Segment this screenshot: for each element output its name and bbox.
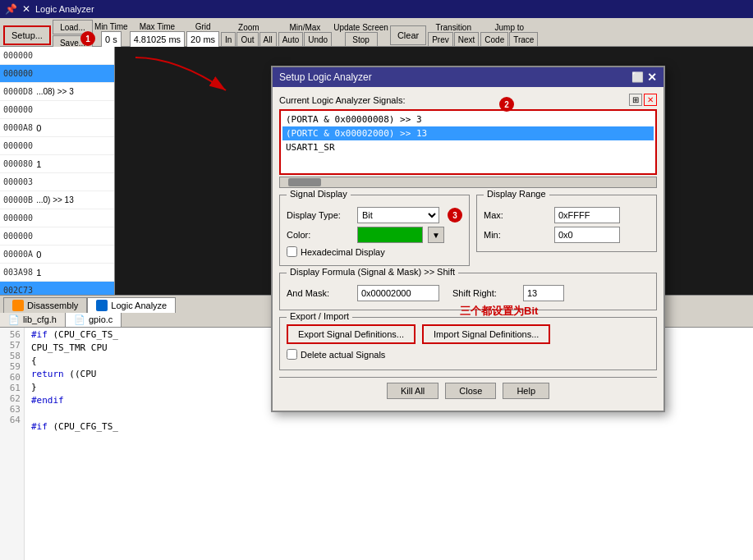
list-item[interactable]: 000003 bbox=[0, 173, 114, 191]
file-tab-gpio[interactable]: 📄 gpio.c bbox=[66, 313, 122, 327]
modal-close-btn[interactable]: ✕ bbox=[647, 71, 657, 84]
transition-label: Transition bbox=[435, 23, 471, 32]
title-close-btn[interactable]: ✕ bbox=[22, 3, 30, 15]
zoom-in-btn[interactable]: In bbox=[221, 32, 236, 47]
display-range-label: Display Range bbox=[484, 189, 549, 199]
max-time-label: Max Time bbox=[140, 22, 175, 31]
clear-btn[interactable]: Clear bbox=[390, 25, 426, 45]
list-item[interactable]: 000000 bbox=[0, 65, 114, 83]
step3-circle: 3 bbox=[448, 208, 462, 223]
delete-signals-label: Delete actual Signals bbox=[301, 350, 385, 360]
min-label: Min: bbox=[484, 230, 549, 240]
modal-title-text: Setup Logic Analyzer bbox=[279, 71, 372, 83]
trace-btn[interactable]: Trace bbox=[509, 32, 538, 47]
tab-disassembly[interactable]: Disassembly bbox=[3, 297, 87, 313]
step1-circle: 1 bbox=[80, 31, 95, 46]
modal-resize-icon[interactable]: ⬜ bbox=[631, 71, 644, 83]
and-mask-input[interactable]: 0x00002000 bbox=[357, 285, 439, 301]
line-numbers: 565758596061626364 bbox=[0, 328, 25, 561]
help-btn[interactable]: Help bbox=[503, 383, 549, 399]
max-time-value: 4.81025 ms bbox=[130, 31, 185, 48]
signals-close-icon[interactable]: ✕ bbox=[644, 94, 657, 106]
signals-icon[interactable]: ⊞ bbox=[629, 94, 642, 106]
list-item[interactable]: 003A981 bbox=[0, 264, 114, 282]
zoom-all-btn[interactable]: All bbox=[259, 32, 277, 47]
list-item[interactable]: 000000 bbox=[0, 227, 114, 246]
current-signals-section: Current Logic Analyzer Signals: ⊞ ✕ (POR… bbox=[279, 94, 657, 188]
list-item[interactable]: 000000 bbox=[0, 101, 114, 119]
export-signal-definitions-btn[interactable]: Export Signal Definitions... bbox=[287, 324, 416, 344]
import-signal-definitions-btn[interactable]: Import Signal Definitions... bbox=[422, 324, 550, 344]
min-row: Min: 0x0 bbox=[484, 227, 650, 243]
main-container: 📌 ✕ Logic Analyzer Setup... Load... Save… bbox=[0, 0, 753, 560]
hex-display-label: Hexadecimal Display bbox=[301, 247, 385, 257]
list-item[interactable]: 002C73 bbox=[0, 282, 114, 295]
setup-button[interactable]: Setup... bbox=[3, 25, 51, 45]
hex-display-row: Hexadecimal Display bbox=[287, 246, 462, 257]
setup-logic-analyzer-modal: Setup Logic Analyzer ⬜ ✕ Current Logic A… bbox=[271, 66, 665, 412]
export-import-label: Export / Import bbox=[287, 311, 352, 321]
left-panel: 000000 000000 0000D8...08) >> 3 000000 0… bbox=[0, 47, 115, 295]
export-import-section: Export / Import Export Signal Definition… bbox=[279, 317, 657, 370]
tab-logic-analyze[interactable]: Logic Analyze bbox=[87, 297, 176, 313]
code-line: #if (CPU_CFG_TS_ bbox=[31, 421, 746, 434]
max-row: Max: 0xFFFF bbox=[484, 207, 650, 223]
list-item[interactable]: 0000A80 bbox=[0, 119, 114, 137]
code-btn[interactable]: Code bbox=[480, 32, 508, 47]
stop-btn[interactable]: Stop bbox=[345, 32, 378, 47]
signal-list-item[interactable]: USART1_SR bbox=[282, 140, 654, 154]
list-item[interactable]: 00000B...0) >> 13 bbox=[0, 191, 114, 209]
close-btn[interactable]: Close bbox=[445, 383, 496, 399]
list-item[interactable]: 0000801 bbox=[0, 155, 114, 173]
grid-value: 20 ms bbox=[186, 31, 219, 48]
code-line bbox=[31, 434, 746, 448]
zoom-out-btn[interactable]: Out bbox=[236, 32, 258, 47]
next-btn[interactable]: Next bbox=[454, 32, 480, 47]
current-signals-label: Current Logic Analyzer Signals: bbox=[279, 95, 405, 105]
list-item[interactable]: 00000A0 bbox=[0, 246, 114, 264]
update-screen-label: Update Screen bbox=[333, 23, 388, 32]
step1-annotation: 1 bbox=[80, 31, 95, 46]
color-picker[interactable] bbox=[357, 227, 423, 243]
disassembly-icon bbox=[12, 300, 24, 311]
display-type-select[interactable]: Bit Unsigned Hex bbox=[357, 207, 439, 223]
modal-title-bar: Setup Logic Analyzer ⬜ ✕ bbox=[273, 67, 663, 87]
logic-analyze-icon bbox=[96, 300, 108, 311]
kill-all-btn[interactable]: Kill All bbox=[387, 383, 438, 399]
list-item[interactable]: 000000 bbox=[0, 137, 114, 155]
annotation-text: 三个都设置为Bit bbox=[460, 304, 538, 319]
signal-display-area: Signal Display Display Type: Bit Unsigne… bbox=[279, 195, 657, 273]
signal-display-label: Signal Display bbox=[287, 189, 351, 199]
hex-display-checkbox[interactable] bbox=[287, 246, 297, 257]
list-item[interactable]: 0000D8...08) >> 3 bbox=[0, 83, 114, 101]
signal-list-item[interactable]: (PORTA & 0x00000008) >> 3 bbox=[282, 112, 654, 126]
modal-footer: Kill All Close Help bbox=[279, 377, 657, 404]
min-time-value: 0 s bbox=[101, 31, 122, 48]
max-label: Max: bbox=[484, 210, 549, 220]
undo-btn[interactable]: Undo bbox=[304, 32, 332, 47]
signal-list-item[interactable]: (PORTC & 0x00002000) >> 13 bbox=[282, 126, 654, 140]
color-label: Color: bbox=[287, 230, 352, 240]
prev-btn[interactable]: Prev bbox=[428, 32, 453, 47]
pin-icon: 📌 bbox=[5, 3, 17, 15]
auto-btn[interactable]: Auto bbox=[278, 32, 304, 47]
export-import-btns: Export Signal Definitions... Import Sign… bbox=[287, 324, 650, 344]
delete-signals-checkbox[interactable] bbox=[287, 349, 297, 360]
formula-row: And Mask: 0x00002000 Shift Right: 13 bbox=[287, 285, 650, 305]
horizontal-scrollbar[interactable] bbox=[279, 177, 657, 188]
display-range-section: Display Range Max: 0xFFFF Min: 0x0 bbox=[476, 195, 657, 273]
step2-circle: 2 bbox=[499, 97, 514, 112]
zoom-label: Zoom bbox=[238, 23, 259, 32]
jump-to-label: Jump to bbox=[495, 23, 525, 32]
signal-display-box: Signal Display Display Type: Bit Unsigne… bbox=[279, 195, 470, 266]
list-item[interactable]: 000000 bbox=[0, 209, 114, 227]
scrollbar-thumb bbox=[288, 178, 321, 186]
file-tab-lib-cfg[interactable]: 📄 lib_cfg.h bbox=[0, 313, 66, 327]
max-input[interactable]: 0xFFFF bbox=[554, 207, 620, 223]
shift-right-input[interactable]: 13 bbox=[523, 285, 564, 301]
color-dropdown-btn[interactable]: ▼ bbox=[428, 227, 444, 243]
min-input[interactable]: 0x0 bbox=[554, 227, 620, 243]
delete-signals-row: Delete actual Signals bbox=[287, 349, 650, 360]
grid-label: Grid bbox=[195, 22, 211, 31]
list-item[interactable]: 000000 bbox=[0, 47, 114, 65]
